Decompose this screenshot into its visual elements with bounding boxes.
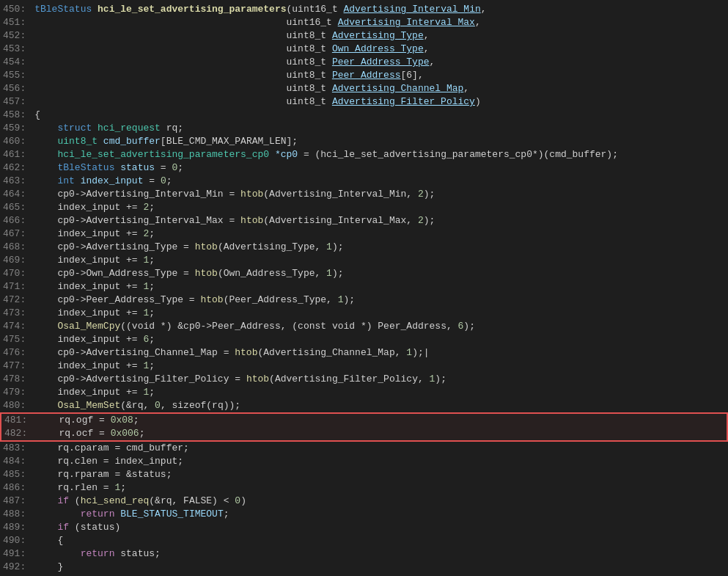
line-number: 450: — [0, 3, 32, 16]
code-line: 454: uint8_t Peer_Address_Type, — [0, 56, 728, 69]
line-number: 452: — [0, 29, 32, 43]
code-token: ; — [149, 202, 155, 213]
code-line: 482: rq.ocf = 0x006; — [1, 427, 727, 440]
code-line: 492: } — [0, 561, 728, 574]
line-content: rq.cparam = cmd_buffer; — [32, 442, 728, 455]
code-line: 471: index_input += 1; — [0, 280, 728, 294]
code-line: 459: struct hci_request rq; — [0, 122, 728, 135]
code-line: 487: if (hci_send_req(&rq, FALSE) < 0) — [0, 495, 728, 508]
code-token: uint8_t — [34, 83, 332, 94]
code-token: return — [81, 548, 115, 559]
line-content: return status; — [32, 547, 728, 561]
code-token: ); — [344, 294, 356, 305]
code-token: ); — [332, 241, 344, 252]
code-token: { — [34, 535, 63, 546]
code-token: = — [155, 162, 172, 173]
code-token: cmd_buffer — [103, 136, 161, 147]
code-token: Osal_MemCpy — [57, 321, 120, 332]
code-token: htob — [195, 268, 218, 279]
code-token: ; — [149, 307, 155, 318]
code-line: 466: cp0->Advertising_Interval_Max = hto… — [0, 214, 728, 227]
line-number: 492: — [0, 561, 32, 574]
line-content: uint8_t cmd_buffer[BLE_CMD_MAX_PARAM_LEN… — [32, 135, 728, 148]
code-token: (Advertising_Filter_Policy, — [269, 373, 429, 384]
line-content: index_input += 6; — [32, 333, 728, 346]
line-number: 486: — [0, 481, 32, 495]
line-content: uint8_t Advertising_Channel_Map, — [32, 82, 728, 95]
line-content: rq.rlen = 1; — [32, 481, 728, 495]
code-token: cp0->Own_Address_Type = — [34, 268, 194, 279]
code-token: ((void *) &cp0->Peer_Address, (const voi… — [120, 321, 457, 332]
code-token — [34, 400, 57, 411]
line-number: 485: — [0, 468, 32, 481]
code-line: 489: if (status) — [0, 521, 728, 534]
code-token: cp0->Advertising_Interval_Min = — [34, 189, 240, 200]
code-token: status — [120, 162, 155, 173]
code-token: 0 — [235, 495, 240, 506]
code-token: cp0->Advertising_Filter_Policy = — [34, 373, 246, 384]
line-number: 459: — [0, 122, 32, 135]
code-line: 485: rq.rparam = &status; — [0, 468, 728, 481]
line-number: 461: — [0, 148, 32, 161]
line-content: cp0->Peer_Address_Type = htob(Peer_Addre… — [32, 294, 728, 307]
code-token: , — [481, 4, 487, 15]
code-token: struct — [34, 123, 98, 134]
code-token: [6], — [401, 70, 424, 81]
code-token: ; — [149, 228, 155, 239]
line-content: } — [32, 561, 728, 574]
code-token: ); — [463, 321, 475, 332]
code-line: 468: cp0->Advertising_Type = htob(Advert… — [0, 241, 728, 254]
code-token — [34, 508, 80, 520]
code-token: uint8_t — [34, 136, 103, 147]
code-line: 473: index_input += 1; — [0, 307, 728, 320]
line-number: 456: — [0, 82, 32, 95]
code-token: uint8_t — [34, 96, 332, 107]
line-number: 473: — [0, 307, 32, 320]
code-token: uint16_t — [34, 17, 337, 28]
code-token: = (hci_le_set_advertising_parameters_cp0… — [298, 149, 618, 160]
code-line: 488: return BLE_STATUS_TIMEOUT; — [0, 508, 728, 521]
code-token: BLE_STATUS_TIMEOUT — [120, 508, 223, 520]
code-token: htob — [235, 347, 257, 358]
line-number: 474: — [0, 320, 32, 333]
line-content: uint8_t Peer_Address[6], — [32, 69, 728, 82]
code-token: , — [475, 17, 481, 28]
line-content: uint8_t Advertising_Filter_Policy) — [32, 95, 728, 109]
code-line: 476: cp0->Advertising_Channel_Map = htob… — [0, 346, 728, 360]
code-token: Advertising_Type — [332, 30, 424, 41]
code-token: ); — [332, 268, 344, 279]
code-token: } — [34, 561, 63, 572]
line-number: 484: — [0, 455, 32, 468]
code-token: Own_Address_Type — [332, 43, 424, 54]
code-line: 472: cp0->Peer_Address_Type = htob(Peer_… — [0, 294, 728, 307]
line-number: 489: — [0, 521, 32, 534]
line-content: index_input += 1; — [32, 280, 728, 294]
code-token: tBleStatus — [34, 4, 98, 15]
code-token: htob — [200, 294, 223, 305]
code-token: ( — [69, 495, 81, 506]
code-line: 484: rq.clen = index_input; — [0, 455, 728, 468]
line-content: cp0->Advertising_Interval_Min = htob(Adv… — [32, 188, 728, 201]
code-token: (Peer_Address_Type, — [224, 294, 338, 305]
code-token: uint8_t — [34, 43, 332, 54]
code-token: 2 — [418, 215, 424, 226]
code-line: 461: hci_le_set_advertising_parameters_c… — [0, 148, 728, 161]
code-token: ; — [149, 360, 155, 371]
line-number: 460: — [0, 135, 32, 148]
code-token: *cp0 — [275, 149, 298, 160]
code-token: (status) — [69, 522, 120, 533]
code-token: int — [34, 175, 80, 186]
code-line: 469: index_input += 1; — [0, 254, 728, 267]
code-token: rq.rparam = &status; — [34, 469, 172, 480]
code-token: hci_le_set_advertising_parameters_cp0 — [34, 149, 275, 160]
line-content: rq.rparam = &status; — [32, 468, 728, 481]
line-content: index_input += 1; — [32, 307, 728, 320]
line-number: 466: — [0, 214, 32, 227]
line-number: 476: — [0, 346, 32, 360]
code-token: ; — [224, 508, 229, 520]
code-token: hci_send_req — [81, 495, 150, 506]
code-line: 460: uint8_t cmd_buffer[BLE_CMD_MAX_PARA… — [0, 135, 728, 148]
line-number: 488: — [0, 508, 32, 521]
code-token: rq; — [166, 123, 183, 134]
line-number: 457: — [0, 95, 32, 109]
